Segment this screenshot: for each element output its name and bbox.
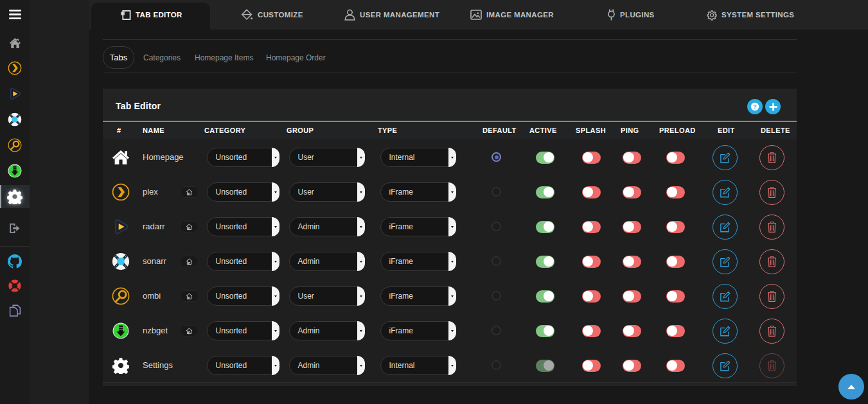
svg-text:?: ? xyxy=(753,103,757,110)
